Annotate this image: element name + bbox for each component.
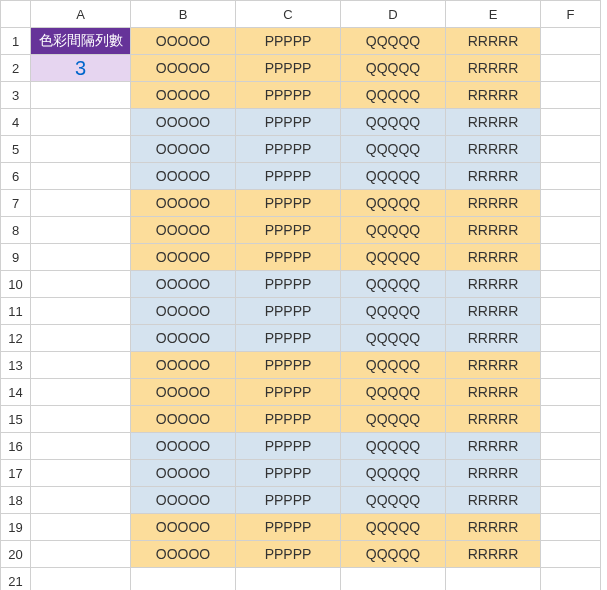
row-header[interactable]: 15 [1, 406, 31, 433]
cell[interactable]: RRRRR [446, 28, 541, 55]
cell[interactable] [31, 406, 131, 433]
cell[interactable] [446, 568, 541, 591]
cell[interactable]: PPPPP [236, 298, 341, 325]
cell[interactable]: OOOOO [131, 55, 236, 82]
cell[interactable] [541, 514, 601, 541]
row-header[interactable]: 6 [1, 163, 31, 190]
cell[interactable]: PPPPP [236, 271, 341, 298]
cell[interactable] [541, 352, 601, 379]
cell[interactable]: QQQQQ [341, 379, 446, 406]
row-header[interactable]: 20 [1, 541, 31, 568]
cell[interactable]: OOOOO [131, 298, 236, 325]
cell[interactable]: QQQQQ [341, 190, 446, 217]
row-header[interactable]: 13 [1, 352, 31, 379]
cell[interactable] [31, 217, 131, 244]
cell[interactable]: PPPPP [236, 460, 341, 487]
cell[interactable]: QQQQQ [341, 55, 446, 82]
cell[interactable]: RRRRR [446, 352, 541, 379]
cell[interactable]: OOOOO [131, 82, 236, 109]
cell[interactable] [31, 298, 131, 325]
cell[interactable]: RRRRR [446, 487, 541, 514]
cell[interactable]: PPPPP [236, 541, 341, 568]
cell[interactable]: RRRRR [446, 163, 541, 190]
cell[interactable] [31, 82, 131, 109]
cell[interactable]: QQQQQ [341, 244, 446, 271]
cell[interactable] [541, 487, 601, 514]
cell[interactable]: RRRRR [446, 217, 541, 244]
cell[interactable]: QQQQQ [341, 406, 446, 433]
select-all-corner[interactable] [1, 1, 31, 28]
cell[interactable] [541, 433, 601, 460]
col-header-d[interactable]: D [341, 1, 446, 28]
cell[interactable]: QQQQQ [341, 136, 446, 163]
cell[interactable]: RRRRR [446, 433, 541, 460]
col-header-c[interactable]: C [236, 1, 341, 28]
cell[interactable]: RRRRR [446, 82, 541, 109]
cell[interactable]: QQQQQ [341, 271, 446, 298]
cell[interactable]: PPPPP [236, 487, 341, 514]
cell[interactable]: RRRRR [446, 379, 541, 406]
cell[interactable]: QQQQQ [341, 298, 446, 325]
cell[interactable]: OOOOO [131, 136, 236, 163]
cell[interactable]: PPPPP [236, 163, 341, 190]
cell[interactable]: OOOOO [131, 217, 236, 244]
cell[interactable] [31, 460, 131, 487]
cell[interactable]: PPPPP [236, 217, 341, 244]
cell[interactable] [541, 217, 601, 244]
cell[interactable]: PPPPP [236, 109, 341, 136]
cell[interactable] [541, 460, 601, 487]
cell[interactable] [541, 163, 601, 190]
row-header[interactable]: 2 [1, 55, 31, 82]
cell[interactable]: QQQQQ [341, 487, 446, 514]
cell[interactable]: RRRRR [446, 136, 541, 163]
cell[interactable] [31, 514, 131, 541]
cell[interactable]: PPPPP [236, 28, 341, 55]
cell[interactable]: OOOOO [131, 433, 236, 460]
cell[interactable] [541, 406, 601, 433]
cell[interactable] [541, 325, 601, 352]
cell[interactable] [541, 82, 601, 109]
cell[interactable]: RRRRR [446, 55, 541, 82]
cell[interactable]: PPPPP [236, 352, 341, 379]
cell[interactable]: OOOOO [131, 541, 236, 568]
cell[interactable] [31, 109, 131, 136]
row-header[interactable]: 4 [1, 109, 31, 136]
cell[interactable] [541, 379, 601, 406]
cell[interactable]: OOOOO [131, 325, 236, 352]
cell[interactable]: OOOOO [131, 190, 236, 217]
cell[interactable] [541, 541, 601, 568]
cell[interactable] [31, 190, 131, 217]
cell[interactable]: RRRRR [446, 190, 541, 217]
cell[interactable] [31, 325, 131, 352]
cell[interactable]: RRRRR [446, 325, 541, 352]
cell[interactable]: OOOOO [131, 406, 236, 433]
cell[interactable] [31, 163, 131, 190]
cell[interactable]: RRRRR [446, 541, 541, 568]
row-header[interactable]: 7 [1, 190, 31, 217]
cell[interactable]: OOOOO [131, 460, 236, 487]
cell[interactable]: QQQQQ [341, 28, 446, 55]
cell[interactable] [541, 190, 601, 217]
cell[interactable] [31, 433, 131, 460]
cell[interactable]: OOOOO [131, 163, 236, 190]
cell[interactable]: OOOOO [131, 352, 236, 379]
row-header[interactable]: 5 [1, 136, 31, 163]
col-header-f[interactable]: F [541, 1, 601, 28]
cell[interactable] [541, 109, 601, 136]
row-header[interactable]: 21 [1, 568, 31, 591]
cell[interactable] [131, 568, 236, 591]
cell[interactable] [541, 28, 601, 55]
cell[interactable]: PPPPP [236, 379, 341, 406]
cell[interactable] [31, 487, 131, 514]
cell[interactable]: RRRRR [446, 460, 541, 487]
cell[interactable]: QQQQQ [341, 514, 446, 541]
row-header[interactable]: 10 [1, 271, 31, 298]
cell[interactable]: OOOOO [131, 487, 236, 514]
cell[interactable] [341, 568, 446, 591]
cell[interactable]: PPPPP [236, 136, 341, 163]
cell[interactable]: PPPPP [236, 514, 341, 541]
cell[interactable]: RRRRR [446, 298, 541, 325]
cell[interactable]: OOOOO [131, 271, 236, 298]
cell[interactable]: OOOOO [131, 109, 236, 136]
row-header[interactable]: 19 [1, 514, 31, 541]
